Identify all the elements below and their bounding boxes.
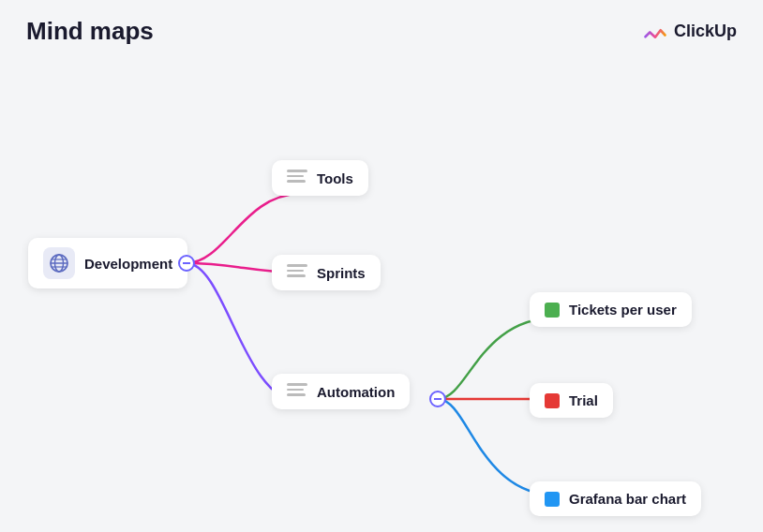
node-tickets[interactable]: Tickets per user — [530, 292, 692, 327]
node-tickets-label: Tickets per user — [569, 302, 677, 318]
node-grafana-label: Grafana bar chart — [569, 491, 686, 507]
logo: ClickUp — [642, 19, 737, 45]
node-grafana[interactable]: Grafana bar chart — [530, 481, 701, 516]
list-icon-automation — [287, 383, 307, 400]
mind-map-canvas: Development Tools Sprints Automation Tic… — [0, 55, 763, 532]
node-sprints-label: Sprints — [317, 265, 366, 281]
node-sprints[interactable]: Sprints — [272, 255, 381, 290]
node-tools-label: Tools — [317, 170, 353, 186]
node-trial-label: Trial — [569, 392, 598, 408]
list-icon-tools — [287, 170, 307, 186]
node-development-label: Development — [84, 256, 172, 272]
connector-dot-development[interactable] — [178, 255, 195, 272]
node-development[interactable]: Development — [28, 238, 187, 288]
tickets-color-square — [545, 303, 560, 318]
header: Mind maps ClickUp — [0, 0, 763, 55]
trial-color-square — [545, 393, 560, 408]
globe-icon — [43, 247, 75, 279]
page-title: Mind maps — [26, 17, 154, 46]
logo-text: ClickUp — [674, 22, 737, 41]
grafana-color-square — [545, 492, 560, 507]
node-trial[interactable]: Trial — [530, 383, 613, 418]
connector-dot-automation[interactable] — [429, 391, 446, 407]
node-tools[interactable]: Tools — [272, 160, 368, 196]
list-icon-sprints — [287, 264, 307, 281]
clickup-logo-icon — [642, 19, 668, 45]
node-automation[interactable]: Automation — [272, 374, 410, 409]
node-automation-label: Automation — [317, 384, 395, 400]
